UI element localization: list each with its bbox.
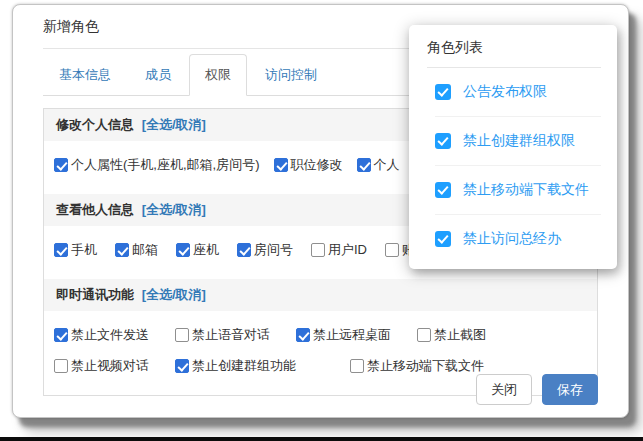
popup-item-label[interactable]: 禁止创建群组权限 <box>463 132 575 150</box>
checkbox-item[interactable]: 个人属性(手机,座机,邮箱,房间号) <box>54 156 260 174</box>
checkbox-label: 禁止远程桌面 <box>313 326 391 344</box>
tab-basic-info[interactable]: 基本信息 <box>43 54 127 96</box>
checkbox-label: 邮箱 <box>132 241 158 259</box>
checkbox[interactable] <box>435 133 451 149</box>
checkbox-label: 禁止语音对话 <box>192 326 270 344</box>
popup-title: 角色列表 <box>427 39 601 67</box>
popup-item-label[interactable]: 禁止移动端下载文件 <box>463 181 589 199</box>
checkbox[interactable] <box>115 243 129 257</box>
checkbox[interactable] <box>435 231 451 247</box>
checkbox[interactable] <box>296 328 310 342</box>
checkbox[interactable] <box>417 328 431 342</box>
checkbox-item[interactable]: 个人 <box>357 156 400 174</box>
checkbox[interactable] <box>175 328 189 342</box>
checkbox-label: 禁止截图 <box>434 326 486 344</box>
checkbox[interactable] <box>311 243 325 257</box>
checkbox-item[interactable]: 禁止文件发送 <box>54 326 149 344</box>
checkbox-item[interactable]: 用户ID <box>311 241 367 259</box>
checkbox-label: 禁止移动端下载文件 <box>367 357 484 375</box>
checkbox[interactable] <box>435 84 451 100</box>
checkbox-item[interactable]: 邮箱 <box>115 241 158 259</box>
checkbox[interactable] <box>357 158 371 172</box>
section-title: 即时通讯功能 <box>56 287 134 302</box>
checkbox[interactable] <box>54 243 68 257</box>
checkbox-item[interactable]: 手机 <box>54 241 97 259</box>
checkbox-label: 禁止视频对话 <box>71 357 149 375</box>
checkbox[interactable] <box>435 182 451 198</box>
tab-access-control[interactable]: 访问控制 <box>249 54 333 96</box>
popup-item-forbid-access-gm-office[interactable]: 禁止访问总经办 <box>435 215 601 263</box>
save-button[interactable]: 保存 <box>542 374 598 405</box>
checkbox-label: 个人 <box>374 156 400 174</box>
checkbox-label: 禁止文件发送 <box>71 326 149 344</box>
checkbox-item[interactable]: 房间号 <box>237 241 293 259</box>
bottom-strip <box>0 437 643 441</box>
checkbox-label: 用户ID <box>328 241 367 259</box>
section-header: 即时通讯功能 [全选/取消] <box>44 279 597 311</box>
checkbox[interactable] <box>54 158 68 172</box>
dialog-footer: 关闭 保存 <box>476 374 598 405</box>
section-title: 查看他人信息 <box>56 202 134 217</box>
checkbox-label: 禁止创建群组功能 <box>192 357 296 375</box>
select-all-toggle[interactable]: [全选/取消] <box>142 287 206 302</box>
popup-item-label[interactable]: 禁止访问总经办 <box>463 230 561 248</box>
checkbox[interactable] <box>237 243 251 257</box>
checkbox[interactable] <box>385 243 399 257</box>
select-all-toggle[interactable]: [全选/取消] <box>142 202 206 217</box>
popup-item-label[interactable]: 公告发布权限 <box>463 83 547 101</box>
tab-members[interactable]: 成员 <box>129 54 187 96</box>
checkbox-label: 手机 <box>71 241 97 259</box>
role-list-popup: 角色列表 公告发布权限 禁止创建群组权限 禁止移动端下载文件 禁止访问总经办 <box>409 25 617 269</box>
popup-item-announcement-permission[interactable]: 公告发布权限 <box>435 68 601 117</box>
checkbox[interactable] <box>274 158 288 172</box>
checkbox[interactable] <box>175 359 189 373</box>
checkbox-item[interactable]: 禁止语音对话 <box>175 326 270 344</box>
checkbox[interactable] <box>54 328 68 342</box>
popup-item-forbid-create-group[interactable]: 禁止创建群组权限 <box>435 117 601 166</box>
checkbox[interactable] <box>176 243 190 257</box>
checkbox-item[interactable]: 职位修改 <box>274 156 343 174</box>
checkbox-item[interactable]: 禁止创建群组功能 <box>175 357 296 375</box>
checkbox-item[interactable]: 禁止视频对话 <box>54 357 149 375</box>
checkbox-item[interactable]: 禁止截图 <box>417 326 486 344</box>
checkbox[interactable] <box>350 359 364 373</box>
close-button[interactable]: 关闭 <box>476 374 532 405</box>
checkbox[interactable] <box>54 359 68 373</box>
checkbox-label: 个人属性(手机,座机,邮箱,房间号) <box>71 156 260 174</box>
checkbox-label: 房间号 <box>254 241 293 259</box>
checkbox-label: 座机 <box>193 241 219 259</box>
section-title: 修改个人信息 <box>56 117 134 132</box>
checkbox-item[interactable]: 座机 <box>176 241 219 259</box>
tab-permissions[interactable]: 权限 <box>189 54 247 96</box>
checkbox-item[interactable]: 禁止远程桌面 <box>296 326 391 344</box>
popup-item-forbid-mobile-download[interactable]: 禁止移动端下载文件 <box>435 166 601 215</box>
checkbox-label: 职位修改 <box>291 156 343 174</box>
select-all-toggle[interactable]: [全选/取消] <box>142 117 206 132</box>
checkbox-item[interactable]: 禁止移动端下载文件 <box>350 357 484 375</box>
